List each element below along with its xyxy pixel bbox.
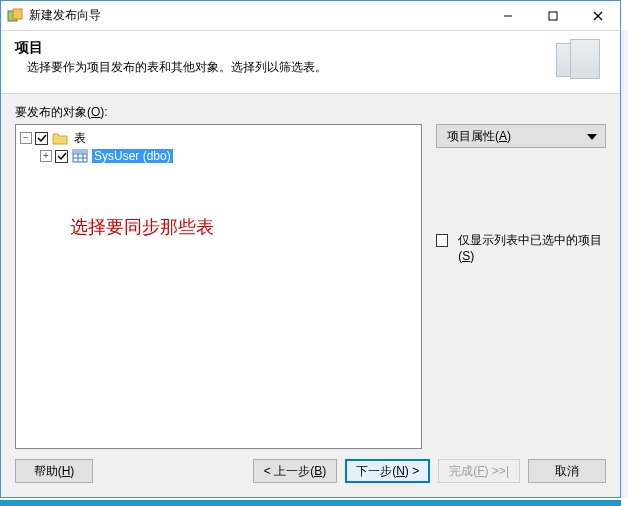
annotation-text: 选择要同步那些表 [70,215,214,239]
svg-rect-3 [549,12,557,20]
objects-label-suffix: ): [100,105,107,119]
show-selected-label: 仅显示列表中已选中的项目(S) [458,232,606,264]
minimize-button[interactable] [485,1,530,30]
titlebar: 新建发布向导 [1,1,620,31]
content-area: 要发布的对象(O): − 表 + SysUser (dbo) [1,94,620,449]
tree-root-row[interactable]: − 表 [18,129,419,147]
svg-rect-1 [13,9,22,19]
maximize-button[interactable] [530,1,575,30]
right-strip [622,30,628,498]
properties-label-prefix: 项目属性( [447,128,499,145]
tree-item-label[interactable]: SysUser (dbo) [92,149,173,163]
tree-wrap: − 表 + SysUser (dbo) 选择要同步那些表 [15,124,422,449]
root-checkbox[interactable] [35,132,48,145]
header-title: 项目 [15,39,552,57]
header-graphic [552,39,602,83]
header-text: 项目 选择要作为项目发布的表和其他对象。选择列以筛选表。 [15,39,552,76]
mid-row: − 表 + SysUser (dbo) 选择要同步那些表 [15,124,606,449]
expand-icon[interactable]: + [40,150,52,162]
show-selected-suffix: ) [470,249,474,263]
show-selected-hotkey: S [462,249,470,263]
window-title: 新建发布向导 [29,7,485,24]
show-selected-prefix: 仅显示列表中已选中的项目( [458,233,602,263]
show-selected-row: 仅显示列表中已选中的项目(S) [436,232,606,264]
bottom-blue-bar [0,500,621,506]
wizard-window: 新建发布向导 项目 选择要作为项目发布的表和其他对象。选择列以筛选表。 要发布的… [0,0,621,498]
back-button[interactable]: < 上一步(B) [253,459,337,483]
show-selected-checkbox[interactable] [436,234,448,247]
collapse-icon[interactable]: − [20,132,32,144]
objects-label: 要发布的对象(O): [15,104,606,121]
tree-root-label[interactable]: 表 [72,130,88,147]
properties-label-suffix: ) [507,129,511,143]
header-panel: 项目 选择要作为项目发布的表和其他对象。选择列以筛选表。 [1,31,620,94]
finish-button: 完成(F) >>| [438,459,520,483]
footer: 帮助(H) < 上一步(B) 下一步(N) > 完成(F) >>| 取消 [1,449,620,497]
header-desc: 选择要作为项目发布的表和其他对象。选择列以筛选表。 [27,59,552,76]
cancel-button[interactable]: 取消 [528,459,606,483]
app-icon [7,8,23,24]
tree-item-row[interactable]: + SysUser (dbo) [18,147,419,165]
table-icon [72,149,88,163]
close-button[interactable] [575,1,620,30]
svg-marker-12 [587,134,597,140]
next-button[interactable]: 下一步(N) > [345,459,430,483]
side-column: 项目属性(A) 仅显示列表中已选中的项目(S) [436,124,606,449]
item-checkbox[interactable] [55,150,68,163]
object-tree[interactable]: − 表 + SysUser (dbo) 选择要同步那些表 [15,124,422,449]
chevron-down-icon [587,129,597,143]
help-button[interactable]: 帮助(H) [15,459,93,483]
objects-label-prefix: 要发布的对象( [15,105,91,119]
properties-hotkey: A [499,129,507,143]
item-properties-button[interactable]: 项目属性(A) [436,124,606,148]
svg-rect-11 [73,150,87,153]
objects-label-hotkey: O [91,105,100,119]
folder-icon [52,131,68,145]
